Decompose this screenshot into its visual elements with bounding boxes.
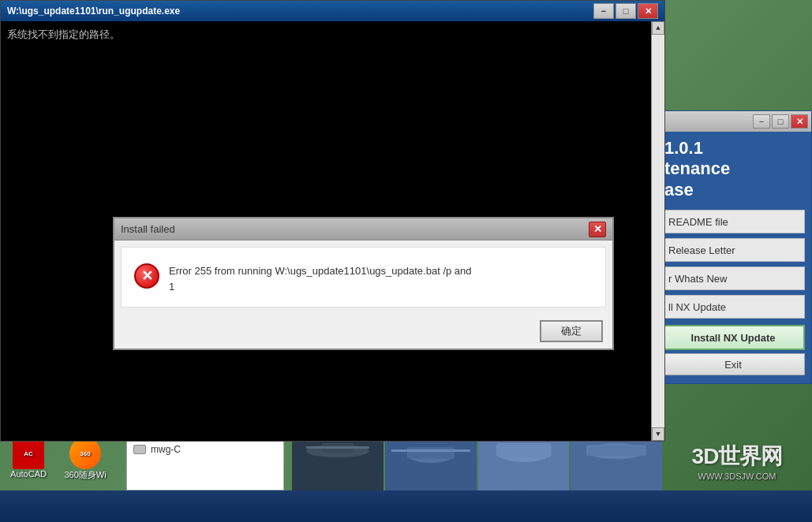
whats-new-button[interactable]: r Whats New (661, 267, 805, 290)
dialog-message-text: Error 255 from running W:\ugs_update1101… (169, 263, 472, 294)
cmd-title-text: W:\ugs_update1101\run_ugupdate.exe (7, 6, 593, 17)
nx-panel-titlebar: − □ ✕ (655, 111, 811, 132)
scroll-down-arrow[interactable]: ▼ (652, 427, 664, 441)
scroll-up-arrow[interactable]: ▲ (652, 21, 664, 35)
ok-button[interactable]: 确定 (540, 320, 603, 342)
autocad-label: AC (24, 450, 33, 457)
error-circle-icon: ✕ (134, 263, 159, 289)
readme-button[interactable]: README file (661, 210, 805, 233)
app360-icon: 360 (69, 438, 101, 469)
nx-menu-items: README file Release Letter r Whats New l… (655, 200, 811, 322)
svg-rect-3 (306, 446, 369, 449)
error-line-1: Error 255 from running W:\ugs_update1101… (169, 263, 472, 279)
nx-version-line3: ase (664, 180, 802, 200)
cmd-line-1: 系统找不到指定的路径。 (7, 24, 645, 42)
cmd-close-btn[interactable]: ✕ (638, 3, 658, 19)
nx-close-btn[interactable]: ✕ (791, 114, 808, 129)
app360-text: 360随身Wi (64, 469, 106, 481)
error-line-2: 1 (169, 279, 472, 295)
svg-rect-6 (407, 447, 455, 459)
desktop-icons: AC AutoCAD 360 360随身Wi (0, 434, 114, 484)
nx-version-text: 1.0.1 tenance ase (655, 132, 811, 200)
dialog-message-row: ✕ Error 255 from running W:\ugs_update11… (134, 263, 593, 294)
disk-icon-mwgc (133, 445, 146, 454)
dialog-close-btn[interactable]: ✕ (589, 222, 606, 237)
cmd-minimize-btn[interactable]: − (593, 3, 614, 19)
watermark-logo: 3D世界网 (692, 442, 783, 472)
nx-minimize-btn[interactable]: − (753, 114, 770, 129)
install-failed-dialog: Install failed ✕ ✕ Error 255 from runnin… (113, 217, 614, 350)
svg-rect-13 (586, 445, 646, 456)
svg-rect-7 (391, 449, 470, 452)
error-icon: ✕ (134, 263, 159, 289)
dialog-title: Install failed (121, 223, 589, 235)
dialog-footer: 确定 (114, 314, 612, 349)
nx-maximize-btn[interactable]: □ (772, 114, 789, 129)
watermark-sub: WWW.3DSJW.COM (698, 472, 776, 481)
nx-version-line1: 1.0.1 (664, 138, 802, 158)
desktop-icon-360[interactable]: 360 360随身Wi (60, 438, 110, 481)
nx-installer-panel: − □ ✕ 1.0.1 tenance ase README file Rele… (654, 110, 812, 384)
cmd-titlebar: W:\ugs_update1101\run_ugupdate.exe − □ ✕ (1, 1, 664, 21)
cmd-controls: − □ ✕ (593, 3, 658, 19)
watermark: 3D世界网 WWW.3DSJW.COM (662, 390, 812, 484)
scroll-track[interactable] (652, 35, 664, 427)
dialog-titlebar: Install failed ✕ (114, 218, 612, 240)
install-nx-update-button[interactable]: Install NX Update (661, 325, 805, 350)
release-letter-button[interactable]: Release Letter (661, 238, 805, 262)
autocad-icon: AC (13, 438, 44, 469)
desktop-icon-autocad[interactable]: AC AutoCAD (3, 438, 54, 481)
taskbar (0, 490, 812, 522)
file-item-mwgc: mwg-C (133, 442, 277, 457)
svg-rect-10 (496, 443, 551, 457)
cmd-maximize-btn[interactable]: □ (616, 3, 636, 19)
autocad-text: AutoCAD (10, 469, 47, 479)
exit-button[interactable]: Exit (661, 353, 805, 375)
file-label-mwgc: mwg-C (151, 444, 181, 455)
cmd-scrollbar[interactable]: ▲ ▼ (651, 21, 664, 441)
app360-label: 360 (80, 450, 90, 457)
dialog-body: ✕ Error 255 from running W:\ugs_update11… (121, 247, 606, 308)
install-nx-update-menu-button[interactable]: ll NX Update (661, 295, 805, 319)
nx-version-line2: tenance (664, 158, 802, 179)
